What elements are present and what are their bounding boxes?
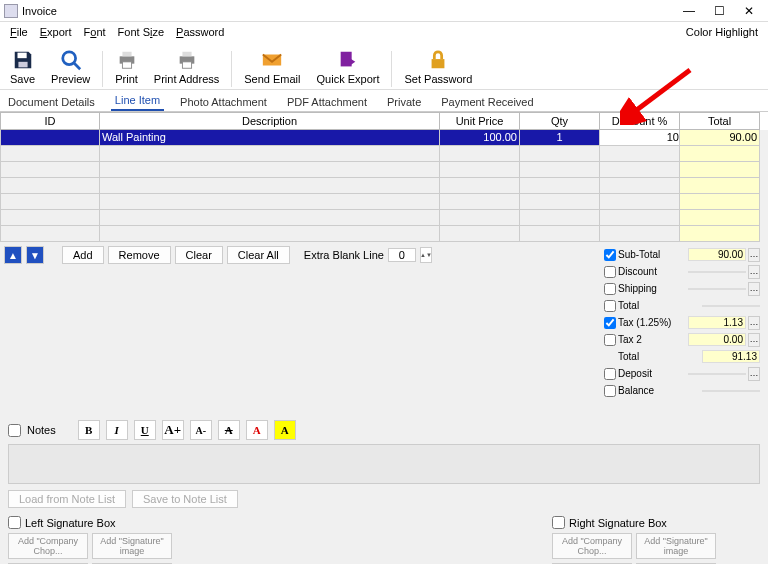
col-total[interactable]: Total: [680, 112, 760, 130]
discount-input[interactable]: [600, 131, 679, 143]
move-up-button[interactable]: ▲: [4, 246, 22, 264]
load-note-button[interactable]: Load from Note List: [8, 490, 126, 508]
window-title: Invoice: [22, 5, 674, 17]
total2-row: Total91.13: [604, 348, 760, 365]
cell-qty[interactable]: 1: [520, 130, 600, 146]
cell-description[interactable]: Wall Painting: [100, 130, 440, 146]
menu-fontsize[interactable]: Font Size: [112, 26, 170, 38]
col-unit-price[interactable]: Unit Price: [440, 112, 520, 130]
maximize-button[interactable]: ☐: [704, 4, 734, 18]
shipping-more[interactable]: …: [748, 282, 760, 296]
right-chop-button[interactable]: Add "Company Chop...: [552, 533, 632, 559]
tab-pdf-attachment[interactable]: PDF Attachment: [283, 93, 371, 111]
app-icon: [4, 4, 18, 18]
svg-rect-6: [122, 62, 131, 68]
extra-blank-label: Extra Blank Line: [304, 249, 384, 261]
right-sig-button[interactable]: Add "Signature" image: [636, 533, 716, 559]
email-icon: [261, 49, 283, 71]
right-sig-check[interactable]: [552, 516, 565, 529]
left-sig-check[interactable]: [8, 516, 21, 529]
menu-export[interactable]: Export: [34, 26, 78, 38]
grid-row-empty[interactable]: [0, 210, 768, 226]
tab-photo-attachment[interactable]: Photo Attachment: [176, 93, 271, 111]
menubar: File Export Font Font Size Password Colo…: [0, 22, 768, 42]
notes-textarea[interactable]: [8, 444, 760, 484]
strikethrough-button[interactable]: A: [218, 420, 240, 440]
save-note-button[interactable]: Save to Note List: [132, 490, 238, 508]
deposit-more[interactable]: …: [748, 367, 760, 381]
highlight-button[interactable]: A: [274, 420, 296, 440]
discount-more[interactable]: …: [748, 265, 760, 279]
discount-row: Discount…: [604, 263, 760, 280]
print-button[interactable]: Print: [109, 47, 144, 87]
print-label: Print: [115, 73, 138, 85]
extra-blank-spinner[interactable]: ▲▼: [420, 247, 432, 263]
deposit-check[interactable]: [604, 368, 616, 380]
balance-check[interactable]: [604, 385, 616, 397]
subtotal-more[interactable]: …: [748, 248, 760, 262]
menu-font[interactable]: Font: [78, 26, 112, 38]
italic-button[interactable]: I: [106, 420, 128, 440]
send-email-button[interactable]: Send Email: [238, 47, 306, 87]
move-down-button[interactable]: ▼: [26, 246, 44, 264]
font-color-button[interactable]: A: [246, 420, 268, 440]
left-chop-button[interactable]: Add "Company Chop...: [8, 533, 88, 559]
tab-document-details[interactable]: Document Details: [4, 93, 99, 111]
minimize-button[interactable]: —: [674, 4, 704, 18]
cell-id[interactable]: [0, 130, 100, 146]
font-decrease-button[interactable]: A-: [190, 420, 212, 440]
grid-row-empty[interactable]: [0, 178, 768, 194]
set-password-button[interactable]: Set Password: [398, 47, 478, 87]
shipping-check[interactable]: [604, 283, 616, 295]
tab-private[interactable]: Private: [383, 93, 425, 111]
line-item-grid: ID Description Unit Price Qty Discount %…: [0, 112, 768, 242]
extra-blank-input[interactable]: [388, 248, 416, 262]
notes-check[interactable]: [8, 424, 21, 437]
print-icon: [116, 49, 138, 71]
discount-check[interactable]: [604, 266, 616, 278]
left-sig-button[interactable]: Add "Signature" image: [92, 533, 172, 559]
tab-line-item[interactable]: Line Item: [111, 91, 164, 111]
cell-total[interactable]: 90.00: [680, 130, 760, 146]
col-discount[interactable]: Discount %: [600, 112, 680, 130]
save-button[interactable]: Save: [4, 47, 41, 87]
cell-unit-price[interactable]: 100.00: [440, 130, 520, 146]
bold-button[interactable]: B: [78, 420, 100, 440]
quick-export-button[interactable]: Quick Export: [311, 47, 386, 87]
tax1-check[interactable]: [604, 317, 616, 329]
grid-row-empty[interactable]: [0, 226, 768, 242]
color-highlight[interactable]: Color Highlight: [686, 26, 764, 38]
menu-password[interactable]: Password: [170, 26, 230, 38]
tax1-more[interactable]: …: [748, 316, 760, 330]
total2-value: 91.13: [702, 350, 760, 363]
add-button[interactable]: Add: [62, 246, 104, 264]
tax2-check[interactable]: [604, 334, 616, 346]
grid-row-empty[interactable]: [0, 162, 768, 178]
tab-payment-received[interactable]: Payment Received: [437, 93, 537, 111]
preview-icon: [60, 49, 82, 71]
preview-button[interactable]: Preview: [45, 47, 96, 87]
svg-rect-8: [182, 52, 191, 57]
subtotal-check[interactable]: [604, 249, 616, 261]
col-qty[interactable]: Qty: [520, 112, 600, 130]
cell-discount[interactable]: [600, 130, 680, 146]
clear-all-button[interactable]: Clear All: [227, 246, 290, 264]
total1-row: Total: [604, 297, 760, 314]
total1-check[interactable]: [604, 300, 616, 312]
discount-value: [688, 271, 746, 273]
save-label: Save: [10, 73, 35, 85]
print-address-label: Print Address: [154, 73, 219, 85]
col-id[interactable]: ID: [0, 112, 100, 130]
close-button[interactable]: ✕: [734, 4, 764, 18]
grid-row-empty[interactable]: [0, 194, 768, 210]
col-description[interactable]: Description: [100, 112, 440, 130]
remove-button[interactable]: Remove: [108, 246, 171, 264]
grid-row-empty[interactable]: [0, 146, 768, 162]
print-address-button[interactable]: Print Address: [148, 47, 225, 87]
menu-file[interactable]: File: [4, 26, 34, 38]
clear-button[interactable]: Clear: [175, 246, 223, 264]
font-increase-button[interactable]: A+: [162, 420, 184, 440]
underline-button[interactable]: U: [134, 420, 156, 440]
tax2-more[interactable]: …: [748, 333, 760, 347]
grid-row-1[interactable]: Wall Painting 100.00 1 90.00: [0, 130, 768, 146]
